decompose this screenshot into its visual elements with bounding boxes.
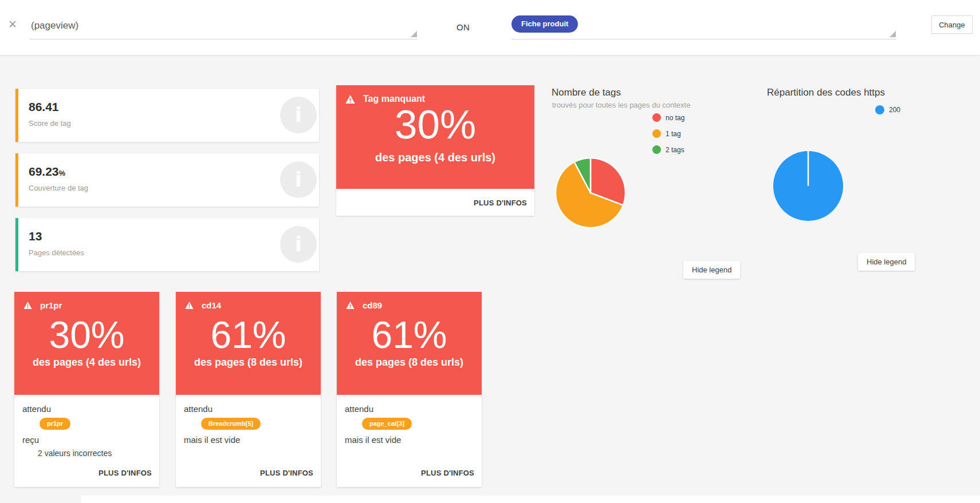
issue-title: cd89 — [363, 300, 382, 310]
legend-item-2-tags[interactable]: 2 tags — [652, 145, 684, 154]
more-info-link[interactable]: PLUS D'INFOS — [99, 469, 152, 477]
stat-card-coverage: 69.23% Couverture de tag i — [15, 153, 319, 207]
expected-tag-pill: page_cat[3] — [362, 418, 412, 430]
alert-card-tag-manquant: Tag manquant 30% des pages (4 des urls) … — [336, 85, 534, 216]
more-info-link[interactable]: PLUS D'INFOS — [474, 199, 527, 207]
stat-label: Pages détectées — [29, 248, 84, 257]
event-select-value: (pageview) — [31, 20, 78, 31]
pie-chart-https — [772, 149, 845, 223]
stat-card-pages: 13 Pages détectées i — [15, 218, 319, 271]
hide-legend-button-2[interactable]: Hide legend — [858, 253, 915, 271]
issue-card-pr1pr: pr1pr 30% des pages (4 des urls) attendu… — [14, 292, 159, 487]
close-icon[interactable]: ✕ — [8, 19, 17, 30]
expected-tag-pill: pr1pr — [40, 418, 70, 430]
issue-title: pr1pr — [40, 300, 62, 310]
expected-label: attendu — [22, 404, 152, 414]
expected-label: attendu — [345, 404, 474, 414]
issue-card-cd89: cd89 61% des pages (8 des urls) attendu … — [337, 292, 482, 487]
stat-value: 69.23% — [29, 165, 65, 179]
issue-subtitle: des pages (8 des urls) — [337, 357, 482, 369]
expected-tag-pill: Breadcrumb[5] — [201, 418, 261, 430]
stat-value: 13 — [29, 229, 42, 243]
received-label: reçu — [22, 435, 152, 445]
stat-label: Score de tag — [29, 119, 71, 128]
issue-percent: 61% — [176, 316, 321, 354]
received-detail: 2 valeurs incorrectes — [38, 449, 152, 458]
context-chip[interactable]: Fiche produit — [511, 15, 578, 33]
alert-subtitle: des pages (4 des urls) — [336, 151, 534, 164]
next-section-edge — [81, 496, 980, 503]
chart1-subtitle: trouvés pour toutes les pages du context… — [552, 101, 690, 109]
issue-subtitle: des pages (8 des urls) — [176, 357, 321, 369]
info-icon[interactable]: i — [280, 226, 317, 263]
warning-icon — [346, 302, 355, 309]
warning-icon — [23, 302, 32, 309]
topbar: ✕ (pageview) ON Fiche produit Change — [0, 0, 980, 56]
more-info-link[interactable]: PLUS D'INFOS — [421, 469, 474, 477]
context-select[interactable]: Fiche produit — [511, 14, 896, 39]
legend-dot-icon — [652, 145, 661, 154]
warning-icon — [345, 95, 355, 104]
stat-card-score: 86.41 Score de tag i — [15, 89, 319, 142]
hide-legend-button-1[interactable]: Hide legend — [683, 261, 740, 279]
empty-note: mais il est vide — [345, 435, 474, 445]
legend-dot-icon — [652, 113, 661, 122]
issue-title: cd14 — [202, 300, 221, 310]
chart2-title: Répartition des codes https — [767, 87, 885, 98]
issue-card-cd14: cd14 61% des pages (8 des urls) attendu … — [176, 292, 321, 487]
change-button[interactable]: Change — [931, 15, 973, 34]
issue-percent: 61% — [337, 316, 482, 354]
select-dropdown-grip-icon — [890, 31, 896, 37]
issue-subtitle: des pages (4 des urls) — [14, 357, 159, 369]
legend-dot-icon — [652, 129, 661, 138]
legend-item-200[interactable]: 200 — [875, 105, 900, 114]
expected-label: attendu — [184, 404, 313, 414]
issue-percent: 30% — [14, 316, 159, 354]
event-select[interactable]: (pageview) — [30, 15, 418, 39]
on-label: ON — [456, 22, 470, 32]
warning-icon — [185, 302, 194, 309]
legend-item-no-tag[interactable]: no tag — [652, 113, 684, 122]
info-icon[interactable]: i — [280, 97, 317, 133]
legend-item-1-tag[interactable]: 1 tag — [652, 129, 681, 138]
stat-label: Couverture de tag — [29, 184, 88, 192]
chart1-title: Nombre de tags — [552, 87, 621, 98]
legend-dot-icon — [875, 105, 884, 114]
info-icon[interactable]: i — [280, 161, 317, 198]
select-dropdown-grip-icon — [411, 31, 417, 37]
alert-percent: 30% — [336, 104, 534, 145]
stat-value: 86.41 — [29, 100, 59, 114]
empty-note: mais il est vide — [184, 435, 313, 445]
pie-chart-tags — [554, 156, 627, 229]
more-info-link[interactable]: PLUS D'INFOS — [260, 469, 313, 477]
